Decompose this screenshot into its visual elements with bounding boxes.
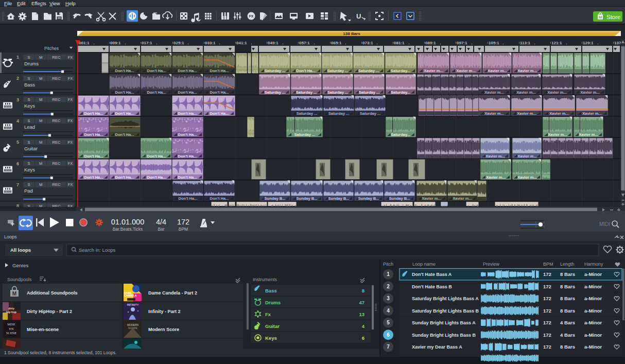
svg-text:Saturday...: Saturday...: [391, 90, 410, 95]
svg-text:025:1: 025:1: [173, 41, 184, 45]
svg-text:Don't Ha...: Don't Ha...: [297, 68, 316, 73]
svg-text:017:1: 017:1: [142, 41, 152, 45]
svg-text:Don't Ha...: Don't Ha...: [147, 68, 166, 73]
svg-text:FX: FX: [68, 182, 73, 187]
svg-text:REC: REC: [53, 204, 61, 207]
svg-text:Search in: Loops: Search in: Loops: [79, 247, 116, 253]
svg-text:8 Bars: 8 Bars: [560, 308, 575, 314]
svg-text:172: 172: [543, 332, 551, 338]
svg-text:3: 3: [16, 97, 19, 102]
svg-text:a-Minor: a-Minor: [584, 284, 602, 289]
svg-text:a-Minor: a-Minor: [584, 320, 602, 325]
svg-text:Sunday B...: Sunday B...: [358, 196, 379, 201]
svg-text:Don't Hate Bass A: Don't Hate Bass A: [412, 272, 452, 277]
svg-text:Xavier m...: Xavier m...: [485, 154, 505, 159]
svg-text:Sunday B...: Sunday B...: [389, 196, 410, 201]
svg-text:6: 6: [362, 335, 364, 341]
svg-text:REC: REC: [53, 161, 61, 166]
svg-text:Xavier m...: Xavier m...: [548, 132, 567, 137]
svg-text:EN: EN: [9, 327, 14, 331]
svg-text:FX: FX: [68, 76, 73, 81]
svg-text:Don't Ha...: Don't Ha...: [179, 196, 198, 201]
svg-text:5: 5: [16, 140, 19, 145]
svg-text:FX: FX: [68, 140, 73, 145]
svg-text:129:1: 129:1: [583, 41, 594, 45]
svg-text:BPM: BPM: [543, 262, 553, 267]
svg-text:Pitches: Pitches: [44, 46, 59, 51]
svg-text:Don't Hate Bass B: Don't Hate Bass B: [412, 284, 452, 289]
svg-text:Saturday...: Saturday...: [391, 68, 410, 73]
svg-text:Don't Ha...: Don't Ha...: [147, 90, 166, 95]
svg-text:Xavier m...: Xavier m...: [424, 68, 443, 73]
svg-text:S: S: [27, 161, 30, 166]
svg-text:S: S: [27, 140, 30, 145]
svg-text:Xavier m...: Xavier m...: [517, 111, 536, 116]
svg-text:Xavier m...: Xavier m...: [517, 68, 537, 73]
svg-text:057:1: 057:1: [299, 41, 310, 45]
svg-text:FX: FX: [68, 55, 73, 60]
svg-text:SCORE: SCORE: [128, 326, 137, 330]
svg-text:Xavier m...: Xavier m...: [582, 111, 602, 116]
svg-text:REC: REC: [53, 97, 61, 102]
svg-text:REC: REC: [53, 55, 61, 60]
svg-text:172: 172: [543, 284, 551, 289]
svg-text:Sunday Bright Lights Bass A: Sunday Bright Lights Bass A: [412, 320, 476, 325]
svg-text:033:1: 033:1: [205, 41, 216, 45]
svg-text:Saturday ...: Saturday ...: [327, 68, 348, 73]
svg-text:Xavier m...: Xavier m...: [517, 175, 537, 180]
svg-text:Xavier m...: Xavier m...: [549, 111, 569, 116]
svg-text:M: M: [39, 182, 42, 187]
svg-text:Lead: Lead: [24, 124, 35, 130]
svg-text:Don't Ha...: Don't Ha...: [84, 175, 103, 180]
svg-text:Sunday Bright Lights Bass B: Sunday Bright Lights Bass B: [412, 333, 476, 338]
svg-text:Xavier m...: Xavier m...: [422, 196, 441, 201]
svg-text:Instruments: Instruments: [253, 277, 277, 282]
svg-text:Guitar: Guitar: [265, 323, 280, 329]
svg-text:Saturday ...: Saturday ...: [358, 68, 379, 73]
svg-text:2: 2: [16, 76, 19, 81]
svg-text:172: 172: [543, 344, 551, 350]
svg-text:138 Bars: 138 Bars: [343, 31, 360, 36]
svg-text:8 Bars: 8 Bars: [560, 344, 575, 350]
svg-text:REC: REC: [53, 182, 61, 187]
svg-text:081:1: 081:1: [394, 41, 405, 45]
svg-text:6: 6: [387, 332, 390, 338]
svg-text:Don't Ha...: Don't Ha...: [147, 175, 166, 180]
svg-text:FX: FX: [68, 97, 73, 102]
svg-text:4 Bars: 4 Bars: [560, 332, 575, 338]
svg-text:4/4: 4/4: [156, 218, 166, 226]
svg-text:172: 172: [543, 271, 551, 277]
svg-text:FX: FX: [68, 161, 73, 166]
svg-text:Bar.Beats.Ticks: Bar.Beats.Ticks: [113, 227, 143, 232]
svg-text:Loop name: Loop name: [412, 262, 436, 267]
svg-text:172: 172: [543, 296, 551, 301]
svg-text:009:1: 009:1: [110, 41, 121, 45]
svg-text:Drums: Drums: [24, 61, 39, 66]
svg-text:Saturday ...: Saturday ...: [265, 68, 285, 73]
svg-text:049:1: 049:1: [268, 41, 279, 45]
svg-text:a-Minor: a-Minor: [584, 271, 602, 277]
svg-text:Xavier m...: Xavier m...: [484, 90, 504, 95]
svg-text:Xavier m...: Xavier m...: [484, 111, 504, 116]
svg-text:Harmony: Harmony: [584, 262, 603, 267]
svg-text:Don't Ha...: Don't Ha...: [84, 154, 103, 159]
svg-text:MISE: MISE: [7, 322, 15, 326]
svg-text:M: M: [39, 76, 42, 81]
svg-text:Genres: Genres: [12, 263, 28, 268]
svg-text:121:1: 121:1: [551, 41, 562, 45]
svg-text:172: 172: [177, 218, 189, 226]
svg-text:041:1: 041:1: [236, 41, 247, 45]
svg-text:Bar: Bar: [158, 227, 164, 232]
svg-text:SCENE: SCENE: [6, 331, 17, 335]
svg-text:a-Minor: a-Minor: [584, 296, 602, 301]
svg-text:Guitar: Guitar: [24, 146, 38, 151]
svg-text:M: M: [39, 204, 42, 207]
svg-text:Length: Length: [560, 262, 575, 267]
svg-text:8 Bars: 8 Bars: [560, 296, 575, 301]
svg-text:Xavier m...: Xavier m...: [488, 68, 507, 73]
svg-text:7: 7: [16, 182, 19, 187]
svg-text:Modern Score: Modern Score: [148, 327, 179, 332]
svg-text:S: S: [27, 55, 30, 60]
svg-text:Saturday ...: Saturday ...: [327, 90, 348, 95]
svg-text:Saturday Bright Lights Bass A: Saturday Bright Lights Bass A: [412, 296, 479, 301]
